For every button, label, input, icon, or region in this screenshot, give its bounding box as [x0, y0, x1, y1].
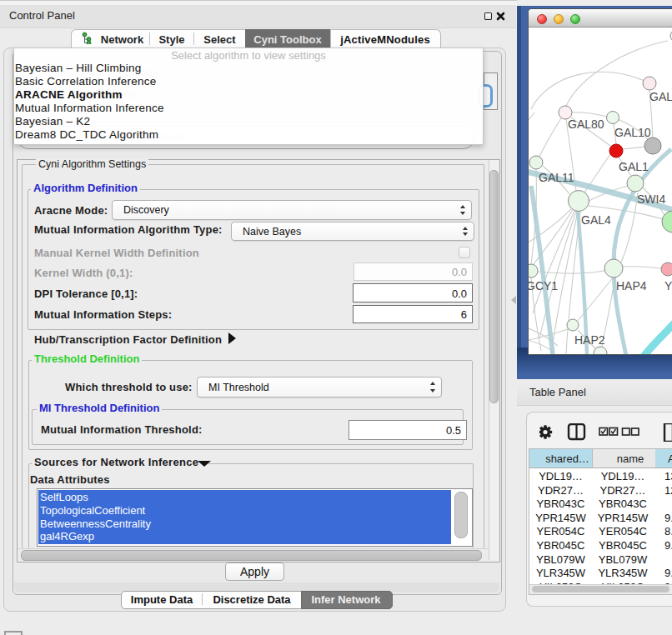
svg-text:GCY1: GCY1	[529, 279, 558, 292]
svg-text:GAL80: GAL80	[568, 118, 604, 131]
svg-text:HAP2: HAP2	[574, 333, 605, 347]
svg-text:GAL10: GAL10	[614, 126, 651, 139]
svg-text:Y: Y	[664, 279, 672, 292]
svg-text:GAL1: GAL1	[619, 160, 649, 173]
svg-text:GAL7: GAL7	[649, 90, 672, 103]
svg-text:GAL4: GAL4	[581, 213, 611, 227]
svg-text:HAP4: HAP4	[616, 279, 647, 292]
svg-text:SWI4: SWI4	[637, 192, 665, 206]
svg-text:GAL11: GAL11	[539, 171, 574, 184]
